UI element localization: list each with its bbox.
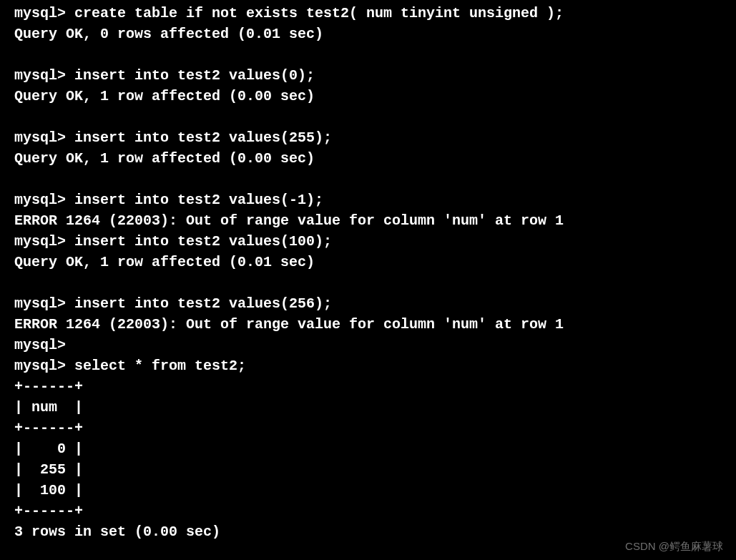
watermark: CSDN @鳄鱼麻薯球 xyxy=(625,539,723,554)
terminal-output[interactable]: mysql> create table if not exists test2(… xyxy=(14,3,722,542)
terminal-line: Query OK, 0 rows affected (0.01 sec) xyxy=(14,24,722,44)
terminal-line: mysql> insert into test2 values(-1); xyxy=(14,190,722,210)
terminal-line xyxy=(14,272,722,293)
terminal-line: mysql> insert into test2 values(0); xyxy=(14,65,722,86)
terminal-line xyxy=(14,44,722,65)
terminal-line: mysql> xyxy=(14,335,722,355)
terminal-line: mysql> select * from test2; xyxy=(14,355,722,376)
terminal-line: Query OK, 1 row affected (0.01 sec) xyxy=(14,252,722,272)
terminal-line: mysql> create table if not exists test2(… xyxy=(14,3,722,24)
terminal-line: +------+ xyxy=(14,418,722,438)
terminal-line: Query OK, 1 row affected (0.00 sec) xyxy=(14,148,722,169)
terminal-line: +------+ xyxy=(14,376,722,397)
terminal-line xyxy=(14,107,722,127)
terminal-line: ERROR 1264 (22003): Out of range value f… xyxy=(14,314,722,335)
terminal-line: 3 rows in set (0.00 sec) xyxy=(14,521,722,542)
terminal-line: | num | xyxy=(14,397,722,418)
terminal-line: mysql> insert into test2 values(256); xyxy=(14,293,722,314)
terminal-line: mysql> insert into test2 values(255); xyxy=(14,127,722,148)
terminal-line: | 0 | xyxy=(14,438,722,459)
terminal-line: | 100 | xyxy=(14,480,722,501)
terminal-line: | 255 | xyxy=(14,459,722,480)
terminal-line: mysql> insert into test2 values(100); xyxy=(14,231,722,252)
terminal-line: +------+ xyxy=(14,501,722,521)
terminal-line: Query OK, 1 row affected (0.00 sec) xyxy=(14,86,722,107)
terminal-line: ERROR 1264 (22003): Out of range value f… xyxy=(14,210,722,231)
terminal-line xyxy=(14,169,722,190)
